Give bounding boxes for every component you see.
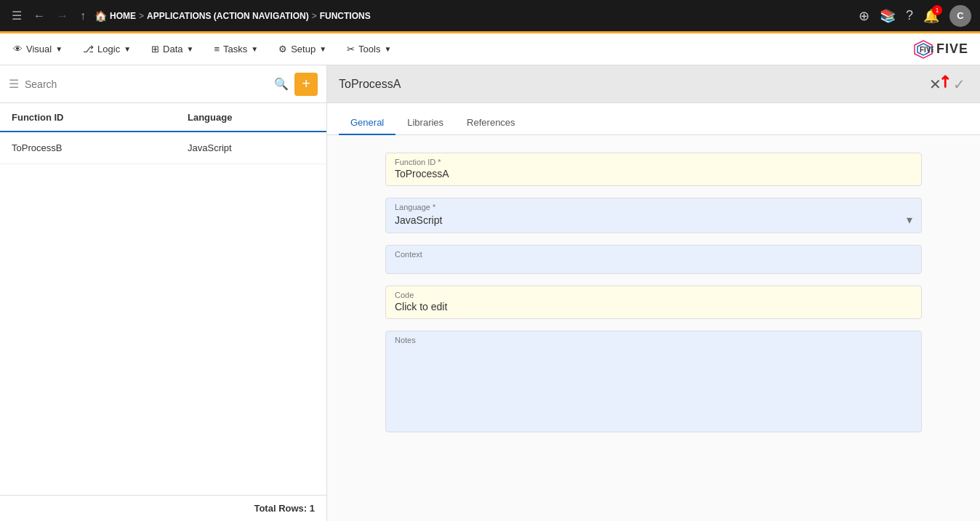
table-body: ToProcessB JavaScript [0, 132, 326, 164]
cell-language: JavaScript [176, 142, 326, 153]
filter-icon[interactable]: ☰ [9, 77, 19, 91]
form-area: Function ID * ToProcessA Language * Java… [327, 135, 980, 450]
main-content: ☰ 🔍 + Function ID Language ToProcessB Ja… [0, 65, 980, 521]
tab-general[interactable]: General [339, 111, 395, 135]
notes-label: Notes [386, 331, 921, 344]
support-icon[interactable]: ⊕ [859, 8, 869, 24]
tasks-chevron: ▼ [251, 45, 258, 53]
grid-icon: ⊞ [151, 44, 159, 54]
add-button[interactable]: + [294, 73, 318, 96]
page-label: FUNCTIONS [320, 11, 371, 21]
breadcrumb: 🏠 HOME > APPLICATIONS (ACTION NAVIGATION… [95, 10, 371, 22]
top-bar: ☰ ← → ↑ 🏠 HOME > APPLICATIONS (ACTION NA… [0, 0, 980, 33]
language-label: Language * [386, 198, 921, 211]
notes-field[interactable]: Notes [385, 331, 922, 432]
tools-icon: ✂ [347, 44, 355, 54]
data-chevron: ▼ [187, 45, 194, 53]
svg-text:FIVE: FIVE [920, 46, 933, 54]
nav-data[interactable]: ⊞ Data ▼ [150, 41, 195, 57]
help-icon[interactable]: ? [906, 8, 913, 23]
branch-icon: ⎇ [83, 44, 94, 54]
save-button[interactable]: ✓ [950, 73, 968, 96]
list-icon: ≡ [214, 44, 220, 54]
table-header: Function ID Language [0, 103, 326, 132]
close-button[interactable]: ✕ [926, 73, 944, 96]
panel-title: ToProcessA [339, 78, 926, 91]
context-value [386, 259, 921, 273]
col-header-function-id: Function ID [0, 112, 176, 123]
search-bar-icons: 🔍 + [274, 73, 318, 96]
col-header-language: Language [176, 112, 326, 123]
forward-icon[interactable]: → [54, 7, 71, 25]
language-select[interactable]: JavaScript ▾ [386, 211, 921, 233]
logic-label: Logic [97, 44, 120, 54]
search-input[interactable] [25, 78, 268, 90]
eye-icon: 👁 [13, 44, 23, 54]
setup-chevron: ▼ [319, 45, 326, 53]
language-field[interactable]: Language * JavaScript ▾ [385, 198, 922, 233]
tools-chevron: ▼ [384, 45, 391, 53]
nav-sep-2: > [312, 11, 317, 21]
tasks-label: Tasks [223, 44, 247, 54]
right-panel-header: ToProcessA ✕ ✓ ↗ [327, 65, 980, 103]
nav-tools[interactable]: ✂ Tools ▼ [345, 41, 393, 57]
nav-tasks[interactable]: ≡ Tasks ▼ [212, 41, 260, 57]
notification-badge: 1 [932, 5, 942, 15]
top-bar-left: ☰ ← → ↑ 🏠 HOME > APPLICATIONS (ACTION NA… [9, 6, 859, 25]
back-icon[interactable]: ← [31, 7, 48, 25]
gear-icon: ⚙ [278, 44, 287, 54]
home-label[interactable]: HOME [110, 11, 136, 21]
avatar[interactable]: C [949, 5, 971, 27]
function-id-label: Function ID * [386, 153, 921, 166]
top-bar-right: ⊕ 📚 ? 🔔 1 C [859, 5, 971, 27]
function-id-value: ToProcessA [386, 166, 921, 185]
tools-label: Tools [358, 44, 380, 54]
app-label[interactable]: APPLICATIONS (ACTION NAVIGATION) [147, 11, 309, 21]
code-field[interactable]: Code Click to edit [385, 286, 922, 319]
five-logo: FIVE FIVE [913, 39, 968, 60]
table-row[interactable]: ToProcessB JavaScript [0, 132, 326, 164]
logic-chevron: ▼ [124, 45, 131, 53]
five-logo-text: FIVE [936, 41, 968, 57]
code-value: Click to edit [386, 299, 921, 318]
five-logo-icon: FIVE [913, 39, 933, 60]
code-label: Code [386, 286, 921, 299]
right-panel: ToProcessA ✕ ✓ ↗ General Libraries Refer… [327, 65, 980, 521]
table-footer: Total Rows: 1 [0, 495, 326, 521]
visual-chevron: ▼ [55, 45, 63, 53]
visual-label: Visual [26, 44, 52, 54]
menu-icon[interactable]: ☰ [9, 6, 25, 25]
header-actions: ✕ ✓ ↗ [926, 73, 968, 96]
data-label: Data [163, 44, 182, 54]
tabs: General Libraries References [327, 103, 980, 135]
left-panel: ☰ 🔍 + Function ID Language ToProcessB Ja… [0, 65, 327, 521]
notification-icon[interactable]: 🔔 1 [923, 8, 939, 24]
up-icon[interactable]: ↑ [77, 7, 89, 25]
language-value: JavaScript [395, 214, 442, 226]
nav-logic[interactable]: ⎇ Logic ▼ [81, 41, 132, 57]
setup-label: Setup [291, 44, 316, 54]
nav-visual[interactable]: 👁 Visual ▼ [12, 41, 64, 57]
nav-setup[interactable]: ⚙ Setup ▼ [277, 41, 328, 57]
books-icon[interactable]: 📚 [880, 8, 896, 24]
tab-libraries[interactable]: Libraries [395, 111, 455, 135]
context-label: Context [386, 246, 921, 259]
search-icon[interactable]: 🔍 [274, 77, 289, 91]
function-id-field[interactable]: Function ID * ToProcessA [385, 153, 922, 186]
context-field[interactable]: Context [385, 245, 922, 274]
chevron-down-icon: ▾ [907, 213, 912, 227]
total-rows: Total Rows: 1 [254, 503, 315, 514]
search-bar: ☰ 🔍 + [0, 65, 326, 103]
tab-references[interactable]: References [455, 111, 526, 135]
cell-function-id: ToProcessB [0, 142, 176, 153]
nav-sep-1: > [139, 11, 144, 21]
secondary-nav: 👁 Visual ▼ ⎇ Logic ▼ ⊞ Data ▼ ≡ Tasks ▼ … [0, 33, 980, 65]
